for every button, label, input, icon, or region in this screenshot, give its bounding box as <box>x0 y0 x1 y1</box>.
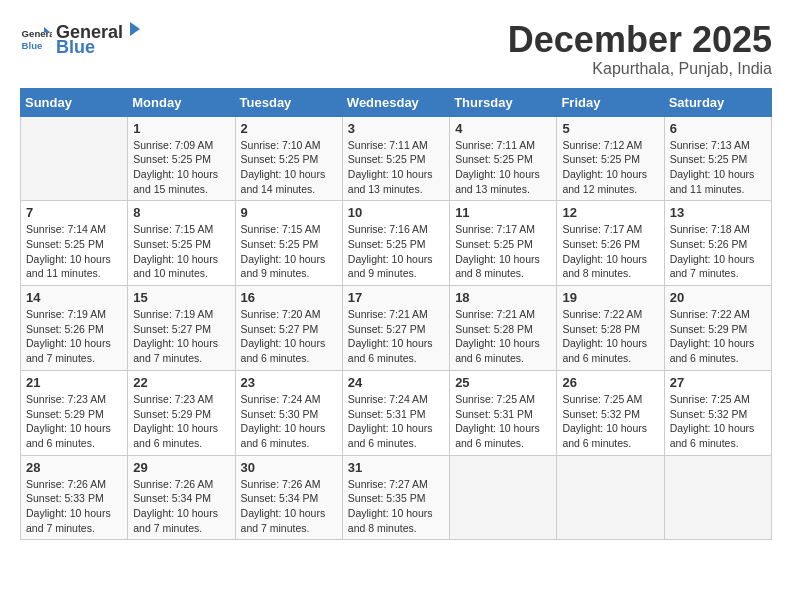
weekday-header-saturday: Saturday <box>664 88 771 116</box>
day-info: Sunrise: 7:11 AMSunset: 5:25 PMDaylight:… <box>348 138 444 197</box>
weekday-header-friday: Friday <box>557 88 664 116</box>
calendar-cell: 26Sunrise: 7:25 AMSunset: 5:32 PMDayligh… <box>557 370 664 455</box>
day-info: Sunrise: 7:27 AMSunset: 5:35 PMDaylight:… <box>348 477 444 536</box>
day-info: Sunrise: 7:16 AMSunset: 5:25 PMDaylight:… <box>348 222 444 281</box>
calendar-cell: 22Sunrise: 7:23 AMSunset: 5:29 PMDayligh… <box>128 370 235 455</box>
day-number: 10 <box>348 205 444 220</box>
calendar-week-row: 7Sunrise: 7:14 AMSunset: 5:25 PMDaylight… <box>21 201 772 286</box>
calendar-cell: 15Sunrise: 7:19 AMSunset: 5:27 PMDayligh… <box>128 286 235 371</box>
calendar-cell: 31Sunrise: 7:27 AMSunset: 5:35 PMDayligh… <box>342 455 449 540</box>
calendar-cell: 25Sunrise: 7:25 AMSunset: 5:31 PMDayligh… <box>450 370 557 455</box>
calendar-cell: 29Sunrise: 7:26 AMSunset: 5:34 PMDayligh… <box>128 455 235 540</box>
svg-marker-3 <box>130 22 140 36</box>
day-number: 12 <box>562 205 658 220</box>
day-info: Sunrise: 7:21 AMSunset: 5:28 PMDaylight:… <box>455 307 551 366</box>
logo-icon: General Blue <box>20 23 52 55</box>
calendar-cell: 9Sunrise: 7:15 AMSunset: 5:25 PMDaylight… <box>235 201 342 286</box>
calendar-cell: 23Sunrise: 7:24 AMSunset: 5:30 PMDayligh… <box>235 370 342 455</box>
day-number: 14 <box>26 290 122 305</box>
calendar-cell: 7Sunrise: 7:14 AMSunset: 5:25 PMDaylight… <box>21 201 128 286</box>
logo-arrow-icon <box>124 20 142 38</box>
day-number: 5 <box>562 121 658 136</box>
day-info: Sunrise: 7:19 AMSunset: 5:26 PMDaylight:… <box>26 307 122 366</box>
calendar-cell: 24Sunrise: 7:24 AMSunset: 5:31 PMDayligh… <box>342 370 449 455</box>
day-info: Sunrise: 7:26 AMSunset: 5:34 PMDaylight:… <box>241 477 337 536</box>
day-info: Sunrise: 7:22 AMSunset: 5:28 PMDaylight:… <box>562 307 658 366</box>
month-title: December 2025 <box>508 20 772 60</box>
day-number: 13 <box>670 205 766 220</box>
calendar-cell: 11Sunrise: 7:17 AMSunset: 5:25 PMDayligh… <box>450 201 557 286</box>
day-number: 4 <box>455 121 551 136</box>
calendar-cell: 27Sunrise: 7:25 AMSunset: 5:32 PMDayligh… <box>664 370 771 455</box>
day-number: 20 <box>670 290 766 305</box>
calendar-cell: 2Sunrise: 7:10 AMSunset: 5:25 PMDaylight… <box>235 116 342 201</box>
day-info: Sunrise: 7:23 AMSunset: 5:29 PMDaylight:… <box>133 392 229 451</box>
calendar-cell: 13Sunrise: 7:18 AMSunset: 5:26 PMDayligh… <box>664 201 771 286</box>
calendar-cell: 20Sunrise: 7:22 AMSunset: 5:29 PMDayligh… <box>664 286 771 371</box>
calendar-week-row: 21Sunrise: 7:23 AMSunset: 5:29 PMDayligh… <box>21 370 772 455</box>
day-info: Sunrise: 7:21 AMSunset: 5:27 PMDaylight:… <box>348 307 444 366</box>
day-number: 25 <box>455 375 551 390</box>
day-info: Sunrise: 7:25 AMSunset: 5:31 PMDaylight:… <box>455 392 551 451</box>
calendar-week-row: 14Sunrise: 7:19 AMSunset: 5:26 PMDayligh… <box>21 286 772 371</box>
calendar-cell: 28Sunrise: 7:26 AMSunset: 5:33 PMDayligh… <box>21 455 128 540</box>
day-info: Sunrise: 7:09 AMSunset: 5:25 PMDaylight:… <box>133 138 229 197</box>
calendar-cell: 10Sunrise: 7:16 AMSunset: 5:25 PMDayligh… <box>342 201 449 286</box>
day-info: Sunrise: 7:18 AMSunset: 5:26 PMDaylight:… <box>670 222 766 281</box>
day-info: Sunrise: 7:15 AMSunset: 5:25 PMDaylight:… <box>241 222 337 281</box>
weekday-header-monday: Monday <box>128 88 235 116</box>
calendar-week-row: 1Sunrise: 7:09 AMSunset: 5:25 PMDaylight… <box>21 116 772 201</box>
weekday-header-thursday: Thursday <box>450 88 557 116</box>
day-number: 1 <box>133 121 229 136</box>
day-info: Sunrise: 7:24 AMSunset: 5:31 PMDaylight:… <box>348 392 444 451</box>
calendar-cell: 6Sunrise: 7:13 AMSunset: 5:25 PMDaylight… <box>664 116 771 201</box>
location-title: Kapurthala, Punjab, India <box>508 60 772 78</box>
day-number: 30 <box>241 460 337 475</box>
day-info: Sunrise: 7:17 AMSunset: 5:26 PMDaylight:… <box>562 222 658 281</box>
day-info: Sunrise: 7:26 AMSunset: 5:34 PMDaylight:… <box>133 477 229 536</box>
day-number: 18 <box>455 290 551 305</box>
calendar-cell: 12Sunrise: 7:17 AMSunset: 5:26 PMDayligh… <box>557 201 664 286</box>
day-info: Sunrise: 7:11 AMSunset: 5:25 PMDaylight:… <box>455 138 551 197</box>
calendar-cell <box>557 455 664 540</box>
calendar-cell: 17Sunrise: 7:21 AMSunset: 5:27 PMDayligh… <box>342 286 449 371</box>
day-number: 6 <box>670 121 766 136</box>
calendar-cell <box>664 455 771 540</box>
calendar-cell: 4Sunrise: 7:11 AMSunset: 5:25 PMDaylight… <box>450 116 557 201</box>
day-info: Sunrise: 7:13 AMSunset: 5:25 PMDaylight:… <box>670 138 766 197</box>
day-info: Sunrise: 7:15 AMSunset: 5:25 PMDaylight:… <box>133 222 229 281</box>
weekday-header-row: SundayMondayTuesdayWednesdayThursdayFrid… <box>21 88 772 116</box>
day-info: Sunrise: 7:25 AMSunset: 5:32 PMDaylight:… <box>562 392 658 451</box>
calendar-cell: 18Sunrise: 7:21 AMSunset: 5:28 PMDayligh… <box>450 286 557 371</box>
calendar-cell: 3Sunrise: 7:11 AMSunset: 5:25 PMDaylight… <box>342 116 449 201</box>
calendar-cell: 14Sunrise: 7:19 AMSunset: 5:26 PMDayligh… <box>21 286 128 371</box>
weekday-header-wednesday: Wednesday <box>342 88 449 116</box>
day-info: Sunrise: 7:17 AMSunset: 5:25 PMDaylight:… <box>455 222 551 281</box>
logo: General Blue General Blue <box>20 20 143 58</box>
day-number: 16 <box>241 290 337 305</box>
day-info: Sunrise: 7:22 AMSunset: 5:29 PMDaylight:… <box>670 307 766 366</box>
calendar-cell <box>450 455 557 540</box>
calendar-cell: 19Sunrise: 7:22 AMSunset: 5:28 PMDayligh… <box>557 286 664 371</box>
day-info: Sunrise: 7:19 AMSunset: 5:27 PMDaylight:… <box>133 307 229 366</box>
day-info: Sunrise: 7:20 AMSunset: 5:27 PMDaylight:… <box>241 307 337 366</box>
calendar-cell: 5Sunrise: 7:12 AMSunset: 5:25 PMDaylight… <box>557 116 664 201</box>
day-number: 23 <box>241 375 337 390</box>
day-info: Sunrise: 7:23 AMSunset: 5:29 PMDaylight:… <box>26 392 122 451</box>
day-number: 7 <box>26 205 122 220</box>
calendar-cell: 21Sunrise: 7:23 AMSunset: 5:29 PMDayligh… <box>21 370 128 455</box>
day-number: 28 <box>26 460 122 475</box>
title-block: December 2025 Kapurthala, Punjab, India <box>508 20 772 78</box>
page-header: General Blue General Blue December 2025 … <box>20 20 772 78</box>
weekday-header-sunday: Sunday <box>21 88 128 116</box>
day-number: 9 <box>241 205 337 220</box>
day-number: 3 <box>348 121 444 136</box>
day-number: 2 <box>241 121 337 136</box>
calendar-cell: 30Sunrise: 7:26 AMSunset: 5:34 PMDayligh… <box>235 455 342 540</box>
day-number: 19 <box>562 290 658 305</box>
day-info: Sunrise: 7:26 AMSunset: 5:33 PMDaylight:… <box>26 477 122 536</box>
calendar-cell: 1Sunrise: 7:09 AMSunset: 5:25 PMDaylight… <box>128 116 235 201</box>
calendar-week-row: 28Sunrise: 7:26 AMSunset: 5:33 PMDayligh… <box>21 455 772 540</box>
day-number: 11 <box>455 205 551 220</box>
svg-text:Blue: Blue <box>22 40 43 51</box>
